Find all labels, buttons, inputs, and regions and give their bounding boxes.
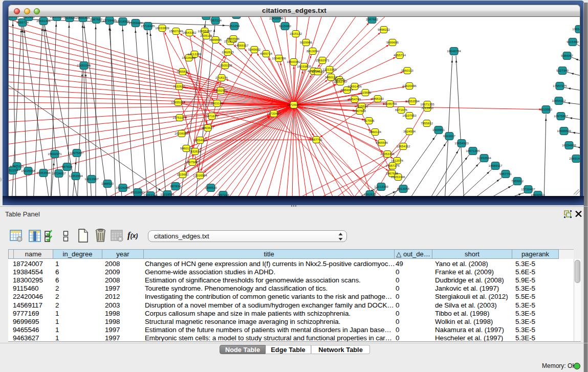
svg-text:9657791: 9657791 xyxy=(499,172,512,176)
svg-text:20206556: 20206556 xyxy=(175,132,189,135)
svg-text:7955812: 7955812 xyxy=(177,70,189,73)
svg-text:1588520: 1588520 xyxy=(205,186,217,189)
svg-text:12505135: 12505135 xyxy=(218,63,232,67)
svg-text:21053346: 21053346 xyxy=(380,152,395,156)
svg-text:14569117: 14569117 xyxy=(488,164,503,167)
svg-text:17016504: 17016504 xyxy=(193,173,207,177)
svg-text:7632621: 7632621 xyxy=(189,149,202,153)
svg-text:15692971: 15692971 xyxy=(213,89,228,92)
svg-text:19654923: 19654923 xyxy=(454,141,469,145)
svg-text:10688609: 10688609 xyxy=(199,17,213,17)
svg-text:9115460: 9115460 xyxy=(567,40,579,43)
svg-text:17957275: 17957275 xyxy=(553,84,567,87)
svg-text:1615132: 1615132 xyxy=(290,32,302,35)
svg-text:12353594: 12353594 xyxy=(36,171,51,174)
svg-text:18724007: 18724007 xyxy=(52,171,66,175)
svg-text:10654112: 10654112 xyxy=(552,99,566,102)
svg-text:9227349: 9227349 xyxy=(556,69,569,72)
svg-text:1115682: 1115682 xyxy=(359,91,372,94)
svg-text:15226058: 15226058 xyxy=(182,56,196,59)
svg-text:15716485: 15716485 xyxy=(102,18,117,22)
svg-text:4055714: 4055714 xyxy=(260,52,273,55)
svg-text:9465546: 9465546 xyxy=(376,141,388,144)
svg-text:12213369: 12213369 xyxy=(374,185,388,188)
svg-text:15807249: 15807249 xyxy=(169,29,183,33)
svg-text:4055714: 4055714 xyxy=(16,20,29,24)
svg-text:1612074: 1612074 xyxy=(391,159,404,162)
svg-text:12353594: 12353594 xyxy=(405,99,420,103)
svg-text:17975115: 17975115 xyxy=(10,164,24,168)
svg-text:8471676: 8471676 xyxy=(206,114,219,118)
svg-text:17957275: 17957275 xyxy=(385,164,400,167)
svg-text:16107553: 16107553 xyxy=(402,114,417,117)
svg-text:887834: 887834 xyxy=(62,165,73,168)
svg-text:16648784: 16648784 xyxy=(447,49,461,53)
svg-text:15720407: 15720407 xyxy=(267,112,281,115)
svg-text:16543362: 16543362 xyxy=(287,60,301,63)
svg-text:12213967: 12213967 xyxy=(84,177,99,181)
svg-text:7515526: 7515526 xyxy=(356,104,368,108)
svg-text:3624554: 3624554 xyxy=(403,129,416,133)
svg-text:10975867: 10975867 xyxy=(185,160,200,164)
svg-text:4055714: 4055714 xyxy=(394,53,406,57)
svg-text:20691406: 20691406 xyxy=(36,19,51,23)
svg-text:15692971: 15692971 xyxy=(48,152,62,156)
svg-text:8454749: 8454749 xyxy=(349,97,361,101)
svg-text:16640910: 16640910 xyxy=(531,193,545,196)
svg-text:7632621: 7632621 xyxy=(9,17,19,18)
svg-text:9860124: 9860124 xyxy=(369,130,382,134)
svg-text:10975867: 10975867 xyxy=(70,151,84,155)
svg-text:9084067: 9084067 xyxy=(561,54,574,57)
svg-text:20691406: 20691406 xyxy=(569,157,580,160)
svg-text:16543362: 16543362 xyxy=(182,31,197,34)
svg-text:9245652: 9245652 xyxy=(248,48,261,51)
svg-text:1362615: 1362615 xyxy=(222,50,234,54)
svg-text:16671355: 16671355 xyxy=(420,102,434,106)
svg-text:9463627: 9463627 xyxy=(202,126,214,129)
svg-text:7955812: 7955812 xyxy=(511,179,524,183)
svg-text:2867608: 2867608 xyxy=(354,109,366,113)
svg-text:21053346: 21053346 xyxy=(143,193,158,196)
svg-text:16154808: 16154808 xyxy=(562,143,576,147)
svg-text:8471676: 8471676 xyxy=(395,108,408,112)
svg-text:9699695: 9699695 xyxy=(386,40,399,44)
svg-text:8699695: 8699695 xyxy=(209,38,222,41)
svg-text:16210643: 16210643 xyxy=(130,190,145,194)
svg-text:7357224: 7357224 xyxy=(209,18,222,22)
svg-text:917006: 917006 xyxy=(364,119,375,122)
svg-text:10046766: 10046766 xyxy=(383,102,397,105)
svg-text:7955812: 7955812 xyxy=(421,121,433,125)
svg-text:19654923: 19654923 xyxy=(193,138,207,142)
svg-text:252254: 252254 xyxy=(9,168,18,172)
svg-text:9115460: 9115460 xyxy=(23,17,35,18)
svg-text:3215953: 3215953 xyxy=(421,106,434,110)
svg-text:8813054: 8813054 xyxy=(307,49,319,53)
svg-text:19654923: 19654923 xyxy=(572,27,580,31)
svg-text:15716485: 15716485 xyxy=(141,24,155,28)
svg-text:12213369: 12213369 xyxy=(187,52,202,56)
svg-text:15226058: 15226058 xyxy=(21,169,35,172)
svg-text:9498222: 9498222 xyxy=(378,28,390,31)
svg-text:7632621: 7632621 xyxy=(173,84,186,88)
svg-text:15226058: 15226058 xyxy=(116,186,130,189)
svg-text:9329966: 9329966 xyxy=(300,40,313,44)
svg-text:1533951: 1533951 xyxy=(432,128,445,132)
svg-text:14569117: 14569117 xyxy=(234,43,249,47)
svg-text:9084067: 9084067 xyxy=(341,88,354,92)
svg-text:2087682: 2087682 xyxy=(366,17,379,21)
svg-text:10688609: 10688609 xyxy=(557,129,571,133)
svg-text:10654112: 10654112 xyxy=(396,144,410,148)
svg-text:9115460: 9115460 xyxy=(279,24,291,28)
svg-text:9465546: 9465546 xyxy=(227,37,240,40)
svg-text:10655267: 10655267 xyxy=(171,100,185,104)
svg-text:21053346: 21053346 xyxy=(391,175,405,179)
svg-text:16671355: 16671355 xyxy=(466,149,480,152)
svg-text:10975867: 10975867 xyxy=(554,114,568,118)
svg-text:15751074: 15751074 xyxy=(172,116,187,119)
svg-text:6466160: 6466160 xyxy=(372,97,384,100)
svg-text:20691406: 20691406 xyxy=(347,84,362,88)
svg-text:2718176: 2718176 xyxy=(215,76,228,79)
svg-text:16033809: 16033809 xyxy=(155,26,169,30)
svg-text:2087682: 2087682 xyxy=(90,17,103,21)
svg-text:19218506: 19218506 xyxy=(116,19,130,23)
